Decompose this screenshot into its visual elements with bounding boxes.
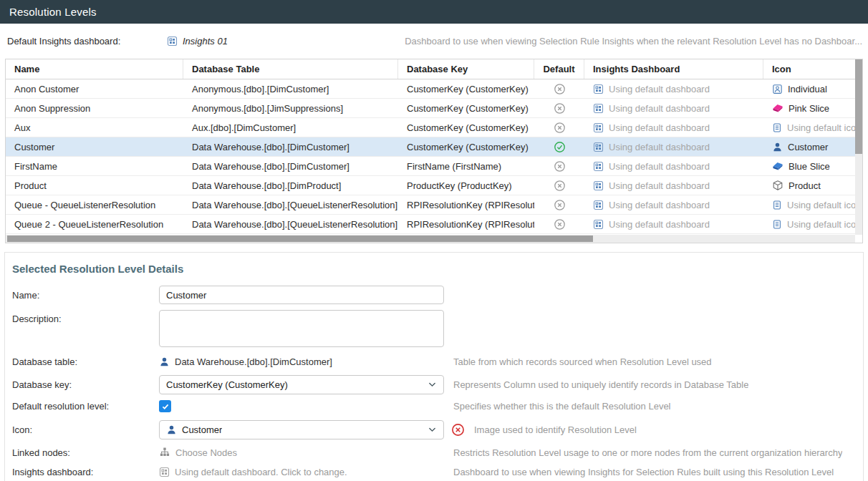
icon-text: Product	[789, 180, 821, 191]
database-table-text: Data Warehouse.[dbo].[DimCustomer]	[175, 356, 332, 367]
cell-insights-dashboard: Using default dashboard	[584, 118, 763, 137]
cell-icon: Individual	[763, 79, 862, 98]
titlebar: Resolution Levels	[0, 0, 868, 24]
dashboard-icon	[159, 467, 170, 477]
cell-database-table: Data Warehouse.[dbo].[DimProduct]	[183, 176, 398, 195]
person-icon	[772, 142, 783, 152]
icon-value: Customer	[182, 424, 222, 435]
details-panel: Selected Resolution Level Details Name: …	[4, 252, 864, 481]
cell-default	[534, 157, 584, 175]
icon-dropdown[interactable]: Customer	[159, 420, 444, 439]
x-circle-icon	[554, 180, 566, 192]
default-level-hint: Specifies whether this is the default Re…	[453, 401, 671, 412]
cell-icon: Blue Slice	[763, 157, 862, 175]
cell-database-key: FirstName (FirstName)	[398, 157, 534, 175]
default-dashboard-hint: Dashboard to use when viewing Selection …	[405, 36, 862, 47]
cell-database-table: Aux.[dbo].[DimCustomer]	[183, 118, 398, 137]
cell-name: Customer	[6, 137, 183, 156]
insights-dashboard-text: Using default dashboard. Click to change…	[175, 467, 347, 477]
table-row[interactable]: Anon CustomerAnonymous.[dbo].[DimCustome…	[6, 79, 862, 99]
cell-name: Product	[6, 176, 183, 195]
cell-database-table: Data Warehouse.[dbo].[DimCustomer]	[183, 137, 398, 156]
table-row[interactable]: Anon SuppressionAnonymous.[dbo].[JimSupp…	[6, 99, 862, 118]
x-circle-icon	[554, 122, 566, 134]
cell-default	[534, 215, 584, 233]
table-row[interactable]: CustomerData Warehouse.[dbo].[DimCustome…	[6, 137, 862, 157]
x-circle-icon	[554, 199, 566, 211]
dashboard-icon	[593, 161, 604, 172]
description-field[interactable]	[159, 310, 444, 347]
cell-default	[534, 79, 584, 98]
insights-dashboard-link[interactable]: Using default dashboard. Click to change…	[159, 467, 347, 477]
dashboard-icon	[593, 219, 604, 230]
linked-nodes-hint: Restricts Resolution Level usage to one …	[453, 447, 842, 458]
document-icon	[772, 219, 782, 230]
dashboard-icon	[593, 180, 604, 191]
cell-name: Anon Customer	[6, 79, 183, 98]
default-level-label: Default resolution level:	[12, 401, 159, 412]
cell-database-key: CustomerKey (CustomerKey)	[398, 79, 534, 98]
cell-database-key: CustomerKey (CustomerKey)	[398, 137, 534, 156]
product-cube-icon	[772, 180, 783, 191]
dashboard-icon	[593, 103, 604, 114]
column-header-database-table[interactable]: Database Table	[183, 59, 398, 79]
dashboard-text: Using default dashboard	[609, 122, 710, 133]
column-header-database-key[interactable]: Database Key	[398, 59, 534, 79]
cell-icon: Product	[763, 176, 862, 195]
dashboard-text: Using default dashboard	[609, 219, 710, 230]
name-label: Name:	[12, 290, 159, 301]
default-dashboard-name: Insights 01	[183, 36, 228, 47]
cell-database-table: Anonymous.[dbo].[JimSuppressions]	[183, 99, 398, 117]
x-circle-icon	[554, 83, 566, 95]
icon-text: Individual	[788, 84, 827, 94]
individual-badge-icon	[772, 84, 783, 94]
vertical-scrollbar-thumb[interactable]	[855, 59, 862, 154]
table-header: NameDatabase TableDatabase KeyDefaultIns…	[6, 59, 862, 79]
dashboard-text: Using default dashboard	[609, 180, 710, 191]
database-table-hint: Table from which records sourced when Re…	[453, 356, 712, 367]
table-row[interactable]: FirstNameData Warehouse.[dbo].[DimCustom…	[6, 157, 862, 176]
cell-database-key: CustomerKey (CustomerKey)	[398, 99, 534, 117]
cell-insights-dashboard: Using default dashboard	[584, 137, 763, 156]
hierarchy-icon	[159, 447, 170, 458]
database-key-label: Database key:	[12, 379, 159, 390]
column-header-icon[interactable]: Icon	[763, 59, 862, 79]
dashboard-icon	[593, 142, 604, 152]
cell-database-table: Anonymous.[dbo].[DimCustomer]	[183, 79, 398, 98]
x-circle-icon	[554, 218, 566, 230]
person-icon	[166, 424, 177, 435]
pink-slice-icon	[772, 102, 783, 114]
x-circle-icon	[554, 102, 566, 115]
description-label: Description:	[12, 310, 159, 324]
cell-default	[534, 118, 584, 137]
icon-text: Using default icon	[787, 122, 861, 133]
vertical-scrollbar	[855, 59, 862, 235]
choose-nodes-link[interactable]: Choose Nodes	[159, 447, 237, 458]
column-header-insights-dashboard[interactable]: Insights Dashboard	[584, 59, 763, 79]
cell-database-key: RPIResolutionKey (RPIResolutio...	[398, 215, 534, 233]
horizontal-scrollbar-thumb[interactable]	[7, 235, 593, 242]
column-header-default[interactable]: Default	[534, 59, 584, 79]
default-level-checkbox[interactable]	[159, 400, 171, 412]
dashboard-text: Using default dashboard	[609, 142, 710, 152]
column-header-name[interactable]: Name	[6, 59, 183, 79]
table-row[interactable]: AuxAux.[dbo].[DimCustomer]CustomerKey (C…	[6, 118, 862, 137]
database-key-hint: Represents Column used to uniquely ident…	[453, 379, 748, 390]
default-dashboard-row: Default Insights dashboard: Insights 01 …	[0, 24, 868, 59]
cell-database-key: RPIResolutionKey (RPIResolutio...	[398, 195, 534, 214]
details-heading: Selected Resolution Level Details	[12, 263, 856, 275]
cell-insights-dashboard: Using default dashboard	[584, 99, 763, 117]
name-input[interactable]	[159, 286, 444, 304]
cell-database-key: ProductKey (ProductKey)	[398, 176, 534, 195]
clear-icon-button[interactable]	[451, 423, 465, 437]
red-x-circle-icon	[451, 423, 465, 437]
table-row[interactable]: Queue - QueueListenerResolutionData Ware…	[6, 195, 862, 215]
chevron-down-icon	[428, 380, 437, 389]
insights-dashboard-label: Insights dashboard:	[12, 467, 159, 477]
table-row[interactable]: ProductData Warehouse.[dbo].[DimProduct]…	[6, 176, 862, 195]
database-key-dropdown[interactable]: CustomerKey (CustomerKey)	[159, 375, 444, 394]
icon-hint: Image used to identify Resolution Level	[474, 424, 637, 435]
icon-text: Using default icon	[787, 219, 861, 230]
default-dashboard-value[interactable]: Insights 01	[167, 36, 228, 47]
table-row[interactable]: Queue 2 - QueueListenerResolutionData Wa…	[6, 215, 862, 234]
